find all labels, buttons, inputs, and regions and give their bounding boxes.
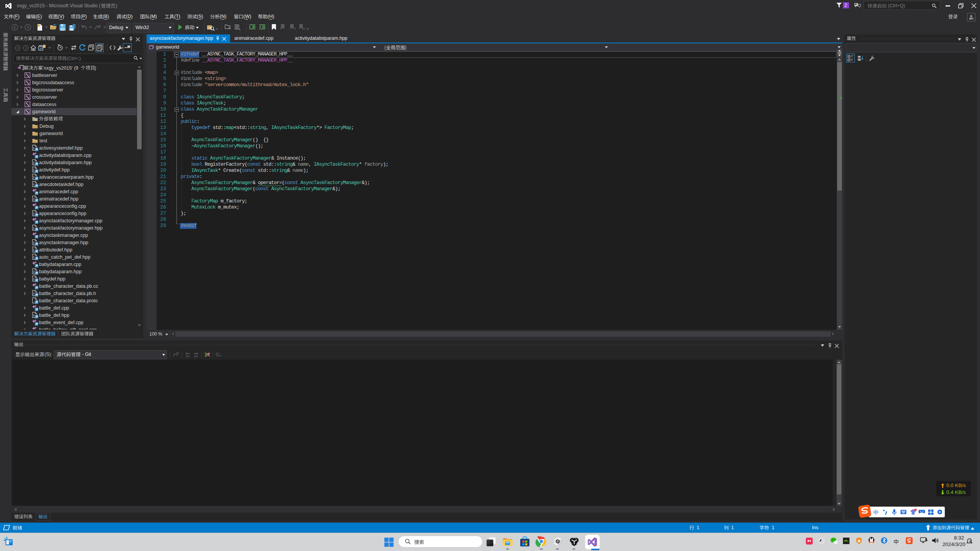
svg-text:A: A [858, 56, 860, 58]
svg-text:ab: ab [216, 352, 219, 355]
svg-text:Z: Z [858, 59, 860, 61]
